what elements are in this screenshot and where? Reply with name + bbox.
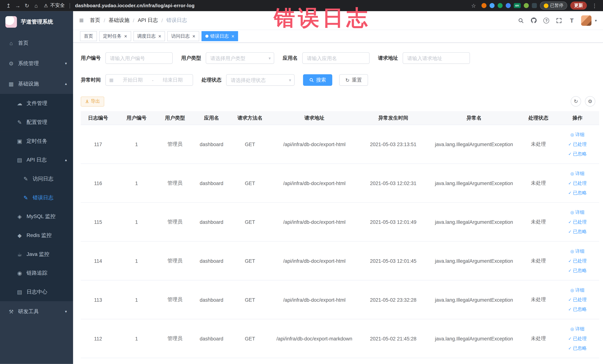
- search-button[interactable]: 搜索: [303, 74, 332, 86]
- reset-button[interactable]: ↻ 重置: [339, 74, 368, 86]
- forward-icon[interactable]: →: [13, 2, 23, 9]
- row-action-detail[interactable]: ◎详细: [570, 248, 584, 254]
- row-action-detail[interactable]: ◎详细: [570, 170, 584, 177]
- breadcrumb-item[interactable]: API 日志: [138, 17, 158, 24]
- sidebar-item-file[interactable]: ☁文件管理: [0, 94, 73, 113]
- request-url-input[interactable]: [403, 52, 470, 64]
- tab-home[interactable]: 首页: [80, 31, 97, 41]
- fullscreen-icon[interactable]: [556, 17, 563, 24]
- tab-job[interactable]: 定时任务×: [99, 31, 131, 41]
- row-action-detail[interactable]: ◎详细: [570, 287, 584, 293]
- sidebar-item-job[interactable]: ▣定时任务: [0, 132, 73, 151]
- check-icon: ✓: [568, 152, 572, 156]
- share-icon[interactable]: ↥: [4, 2, 13, 9]
- user-type-select-input[interactable]: [206, 52, 274, 64]
- row-action-detail[interactable]: ◎详细: [570, 209, 584, 216]
- font-size-icon[interactable]: T: [568, 17, 575, 24]
- kebab-menu-icon[interactable]: ⋮: [590, 2, 599, 9]
- tab-error-log[interactable]: 错误日志×: [201, 31, 238, 41]
- app-logo[interactable]: 芋道管理系统: [0, 11, 73, 33]
- extension-icon[interactable]: [532, 3, 537, 8]
- extension-icon[interactable]: [481, 3, 486, 8]
- github-icon[interactable]: [530, 17, 537, 24]
- action-label: 已处理: [573, 296, 587, 303]
- user-id-input[interactable]: [105, 52, 173, 64]
- row-action-processed[interactable]: ✓已处理: [568, 335, 587, 342]
- export-button-label: 导出: [91, 98, 100, 105]
- table-cell: 管理员: [158, 257, 192, 264]
- refresh-button[interactable]: ↻: [571, 96, 581, 107]
- sidebar-item-api-log[interactable]: ▤API 日志▴: [0, 150, 73, 169]
- update-label: 更新: [574, 3, 583, 9]
- close-icon[interactable]: ×: [124, 34, 127, 39]
- bookmark-star-icon[interactable]: ☆: [469, 2, 478, 9]
- extension-icon[interactable]: [524, 3, 529, 8]
- sidebar-item-redis[interactable]: ◆Redis 监控: [0, 226, 73, 245]
- row-action-ignored[interactable]: ✓已忽略: [568, 189, 587, 196]
- process-status-select[interactable]: ▾: [226, 74, 295, 86]
- sidebar-item-system[interactable]: ⚙系统管理▾: [0, 53, 73, 73]
- table-cell: 2021-05-03 12:01:49: [359, 219, 427, 225]
- update-button[interactable]: 更新: [570, 1, 587, 10]
- sidebar-item-label: 首页: [18, 39, 29, 46]
- app-name-input[interactable]: [302, 52, 370, 64]
- tab-label: 调度日志: [137, 33, 156, 39]
- check-icon: ✓: [568, 346, 572, 350]
- breadcrumb-item[interactable]: 首页: [90, 17, 100, 24]
- tab-job-log[interactable]: 调度日志×: [133, 31, 165, 41]
- tab-access-log[interactable]: 访问日志×: [167, 31, 199, 41]
- row-action-processed[interactable]: ✓已处理: [568, 180, 587, 186]
- row-action-ignored[interactable]: ✓已忽略: [568, 228, 587, 235]
- extension-icon[interactable]: [498, 3, 502, 8]
- extension-on-badge[interactable]: on: [514, 3, 521, 8]
- search-icon[interactable]: [518, 17, 524, 24]
- sidebar-item-trace[interactable]: ◉链路追踪: [0, 263, 73, 282]
- sidebar-item-java[interactable]: ☕Java 监控: [0, 245, 73, 263]
- row-action-detail[interactable]: ◎详细: [570, 131, 584, 138]
- row-action-processed[interactable]: ✓已处理: [568, 258, 587, 264]
- paused-badge[interactable]: 已暂停: [540, 1, 567, 10]
- reload-icon[interactable]: ↻: [22, 2, 32, 9]
- row-action-processed[interactable]: ✓已处理: [568, 296, 587, 303]
- export-button[interactable]: 导出: [81, 96, 104, 106]
- sidebar-item-dev-tools[interactable]: ⚒研发工具▾: [0, 301, 73, 322]
- sidebar-item-mysql[interactable]: ◈MySQL 监控: [0, 207, 73, 226]
- row-actions: ◎详细✓已处理✓已忽略: [556, 280, 599, 319]
- extension-icon[interactable]: [506, 3, 510, 8]
- sidebar-item-log-center[interactable]: ▤日志中心: [0, 282, 73, 301]
- table-cell: 117: [81, 141, 116, 147]
- sidebar-item-error-log[interactable]: ✎错误日志: [0, 188, 73, 207]
- row-action-processed[interactable]: ✓已处理: [568, 219, 587, 225]
- refresh-icon: ↻: [345, 78, 350, 82]
- table-cell: /api/infra/db-doc/export-html: [269, 141, 359, 147]
- row-action-ignored[interactable]: ✓已忽略: [568, 267, 587, 274]
- column-settings-button[interactable]: ⚙: [585, 96, 595, 107]
- avatar[interactable]: [581, 15, 591, 26]
- close-icon[interactable]: ×: [231, 34, 234, 39]
- filter-label: 用户编号: [81, 55, 101, 61]
- sidebar-item-home[interactable]: ⌂首页: [0, 33, 73, 53]
- address-bar[interactable]: ⚠ 不安全 dashboard.yudao.iocoder.cn/infra/l…: [44, 2, 195, 9]
- user-type-select[interactable]: ▾: [206, 52, 274, 64]
- row-action-processed[interactable]: ✓已处理: [568, 141, 587, 147]
- hamburger-icon[interactable]: ≡: [79, 16, 84, 24]
- close-icon[interactable]: ×: [192, 34, 195, 39]
- table-cell: /api/infra/db-doc/export-html: [269, 180, 359, 186]
- exception-time-range-picker[interactable]: ▦ 开始日期 - 结束日期: [105, 74, 193, 86]
- process-status-select-input[interactable]: [226, 74, 295, 86]
- tab-label: 定时任务: [103, 33, 122, 39]
- row-action-ignored[interactable]: ✓已忽略: [568, 306, 587, 312]
- sidebar-item-access-log[interactable]: ✎访问日志: [0, 169, 73, 188]
- sidebar-item-config[interactable]: ✎配置管理: [0, 113, 73, 132]
- browser-home-icon[interactable]: ⌂: [32, 2, 41, 9]
- row-action-ignored[interactable]: ✓已忽略: [568, 151, 587, 157]
- row-action-detail[interactable]: ◎详细: [570, 326, 584, 332]
- help-icon[interactable]: ?: [543, 17, 550, 24]
- column-header: 用户编号: [115, 114, 158, 121]
- extension-icon[interactable]: [489, 3, 494, 8]
- breadcrumb-item[interactable]: 基础设施: [109, 17, 129, 24]
- row-action-ignored[interactable]: ✓已忽略: [568, 345, 587, 351]
- close-icon[interactable]: ×: [158, 34, 161, 39]
- sidebar-item-infra[interactable]: ▦基础设施▴: [0, 73, 73, 94]
- caret-down-icon[interactable]: ▾: [595, 18, 597, 23]
